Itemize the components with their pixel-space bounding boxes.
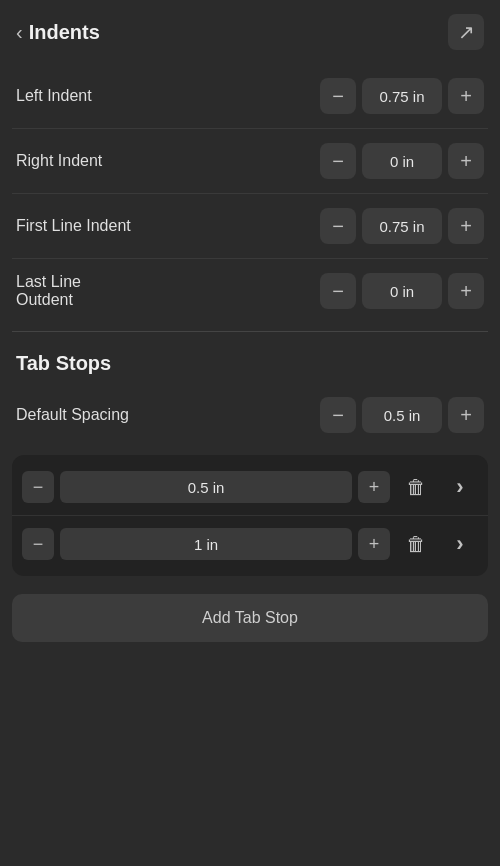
tab-stop-2-delete[interactable]: 🗑 xyxy=(398,526,434,562)
right-indent-label: Right Indent xyxy=(16,152,320,170)
first-line-indent-minus[interactable]: − xyxy=(320,208,356,244)
default-spacing-minus[interactable]: − xyxy=(320,397,356,433)
last-line-outdent-row: Last Line Outdent − 0 in + xyxy=(12,259,488,323)
tab-stop-2-value: 1 in xyxy=(60,528,352,560)
first-line-indent-value: 0.75 in xyxy=(362,208,442,244)
default-spacing-value: 0.5 in xyxy=(362,397,442,433)
tab-stop-2-plus[interactable]: + xyxy=(358,528,390,560)
back-button[interactable]: ‹ xyxy=(16,21,23,44)
tab-stop-1-delete[interactable]: 🗑 xyxy=(398,469,434,505)
tab-stop-1-value: 0.5 in xyxy=(60,471,352,503)
page-title: Indents xyxy=(29,21,100,44)
last-line-outdent-minus[interactable]: − xyxy=(320,273,356,309)
last-line-outdent-plus[interactable]: + xyxy=(448,273,484,309)
right-indent-minus[interactable]: − xyxy=(320,143,356,179)
default-spacing-control: − 0.5 in + xyxy=(320,397,484,433)
first-line-indent-row: First Line Indent − 0.75 in + xyxy=(12,194,488,259)
left-indent-plus[interactable]: + xyxy=(448,78,484,114)
tab-stop-2-navigate[interactable]: › xyxy=(442,526,478,562)
chevron-right-icon: › xyxy=(456,474,463,500)
last-line-outdent-control: − 0 in + xyxy=(320,273,484,309)
tab-stop-1-actions: 🗑 › xyxy=(398,469,478,505)
left-indent-control: − 0.75 in + xyxy=(320,78,484,114)
tab-stop-1-plus[interactable]: + xyxy=(358,471,390,503)
default-spacing-row: Default Spacing − 0.5 in + xyxy=(12,383,488,447)
tab-stop-row-2: − 1 in + 🗑 › xyxy=(12,516,488,572)
right-indent-control: − 0 in + xyxy=(320,143,484,179)
left-indent-label: Left Indent xyxy=(16,87,320,105)
tab-stops-list: − 0.5 in + 🗑 › − 1 in + 🗑 › xyxy=(12,455,488,576)
right-indent-value: 0 in xyxy=(362,143,442,179)
chevron-right-icon-2: › xyxy=(456,531,463,557)
trash-icon-2: 🗑 xyxy=(406,533,426,556)
tab-stop-2-actions: 🗑 › xyxy=(398,526,478,562)
right-indent-plus[interactable]: + xyxy=(448,143,484,179)
left-indent-row: Left Indent − 0.75 in + xyxy=(12,64,488,129)
first-line-indent-label: First Line Indent xyxy=(16,217,320,235)
first-line-indent-plus[interactable]: + xyxy=(448,208,484,244)
header: ‹ Indents ↗ xyxy=(0,0,500,64)
tab-stop-2-minus[interactable]: − xyxy=(22,528,54,560)
section-divider xyxy=(12,331,488,332)
right-indent-row: Right Indent − 0 in + xyxy=(12,129,488,194)
first-line-indent-control: − 0.75 in + xyxy=(320,208,484,244)
tab-stops-heading: Tab Stops xyxy=(0,340,500,383)
tab-stop-1-navigate[interactable]: › xyxy=(442,469,478,505)
indents-section: Left Indent − 0.75 in + Right Indent − 0… xyxy=(0,64,500,323)
default-spacing-section: Default Spacing − 0.5 in + xyxy=(0,383,500,447)
last-line-outdent-value: 0 in xyxy=(362,273,442,309)
tab-stop-row-1: − 0.5 in + 🗑 › xyxy=(12,459,488,516)
default-spacing-plus[interactable]: + xyxy=(448,397,484,433)
left-indent-minus[interactable]: − xyxy=(320,78,356,114)
trash-icon: 🗑 xyxy=(406,476,426,499)
pin-icon: ↗ xyxy=(458,20,475,44)
pin-button[interactable]: ↗ xyxy=(448,14,484,50)
default-spacing-label: Default Spacing xyxy=(16,406,320,424)
add-tab-stop-button[interactable]: Add Tab Stop xyxy=(12,594,488,642)
tab-stop-1-minus[interactable]: − xyxy=(22,471,54,503)
header-left: ‹ Indents xyxy=(16,21,100,44)
last-line-outdent-label: Last Line Outdent xyxy=(16,273,320,309)
left-indent-value: 0.75 in xyxy=(362,78,442,114)
